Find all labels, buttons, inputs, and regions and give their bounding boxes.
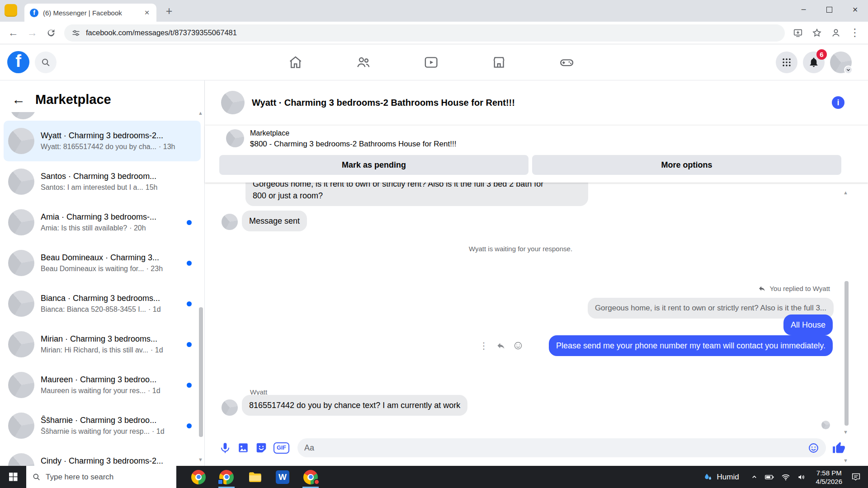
outgoing-message-bubble[interactable]: All House (783, 314, 833, 335)
nav-home-button[interactable] (288, 55, 303, 70)
facebook-favicon-icon: f (30, 9, 38, 17)
back-button[interactable]: ← (5, 24, 22, 42)
reload-button[interactable] (42, 24, 60, 42)
chat-time: · 1d (152, 427, 165, 435)
start-button[interactable] (0, 466, 26, 488)
volume-icon[interactable] (797, 473, 806, 482)
chat-preview: Santos: I am interested but I a... (41, 183, 143, 191)
taskbar-chrome-2[interactable] (212, 466, 241, 488)
chat-list-item-santos[interactable]: Santos · Charming 3 bedroom... Santos: I… (4, 161, 201, 202)
attach-image-button[interactable] (237, 442, 249, 454)
nav-friends-button[interactable] (356, 55, 371, 70)
facebook-logo[interactable]: f (7, 51, 29, 73)
url-text[interactable]: facebook.com/messages/t/873739355067481 (86, 28, 778, 37)
sidebar-scroll-down-icon[interactable]: ▼ (198, 457, 203, 462)
thumbs-up-icon (832, 441, 845, 455)
nav-marketplace-button[interactable] (491, 55, 507, 70)
battery-icon[interactable] (764, 472, 774, 482)
browser-menu-button[interactable]: ⋮ (846, 24, 863, 42)
gif-button[interactable]: GIF (274, 442, 289, 454)
sidebar-scrollbar[interactable] (199, 307, 203, 437)
tab-close-icon[interactable]: × (142, 8, 152, 18)
like-button[interactable] (832, 441, 845, 455)
replied-label: You replied to Wyatt (769, 285, 830, 292)
chat-list-item-bianca[interactable]: Bianca · Charming 3 bedrooms... Bianca: … (4, 283, 201, 324)
message-bubble-clipped[interactable]: Gorgeous home, is it rent to own or stri… (245, 183, 588, 206)
facebook-search-button[interactable] (35, 52, 57, 73)
chat-list-item-ssharnie[interactable]: Ŝŝharnie · Charming 3 bedroo... Ŝŝharnie… (4, 405, 201, 446)
new-tab-button[interactable]: + (162, 4, 176, 18)
taskbar-clock[interactable]: 7:58 PM 4/5/2026 (811, 469, 848, 486)
outgoing-message-bubble[interactable]: Please send me your phone number my team… (549, 335, 833, 356)
mark-as-pending-button[interactable]: Mark as pending (219, 155, 528, 175)
taskbar-search-input[interactable] (46, 473, 170, 482)
window-maximize-button[interactable] (816, 0, 842, 19)
taskbar-word[interactable]: W (269, 466, 297, 488)
account-icon (830, 28, 841, 38)
messages-scroll-down-icon[interactable]: ▼ (843, 429, 848, 434)
nav-watch-button[interactable] (424, 55, 439, 70)
browser-tab[interactable]: f (6) Messenger | Facebook × (24, 4, 156, 22)
wifi-icon[interactable] (781, 473, 790, 482)
forward-button[interactable]: → (24, 24, 41, 42)
sidebar-scroll-up-icon[interactable]: ▲ (198, 110, 203, 116)
more-options-button[interactable]: More options (532, 155, 841, 175)
action-center-button[interactable] (848, 472, 868, 482)
apps-menu-button[interactable] (776, 52, 797, 73)
star-icon (812, 28, 822, 38)
reply-icon[interactable] (496, 341, 505, 350)
browser-profile-icon[interactable] (5, 4, 17, 17)
message-input-pill[interactable] (297, 438, 826, 457)
install-app-button[interactable] (789, 24, 807, 42)
emoji-picker-button[interactable] (808, 442, 819, 454)
back-arrow-icon[interactable]: ← (12, 93, 25, 106)
sticker-button[interactable] (255, 442, 267, 454)
incoming-message-bubble[interactable]: 8165517442 do you by chance text? I am c… (242, 395, 467, 416)
window-close-button[interactable]: × (842, 0, 868, 19)
omnibox[interactable]: facebook.com/messages/t/873739355067481 (64, 24, 785, 42)
app-badge (217, 479, 223, 485)
install-icon (793, 28, 803, 38)
message-input[interactable] (304, 443, 808, 453)
chat-list-item-beau[interactable]: Beau Domineaux · Charming 3... Beau Domi… (4, 243, 201, 283)
chat-list-item-maureen[interactable]: Maureen · Charming 3 bedroo... Maureen i… (4, 365, 201, 405)
message-sent-bubble[interactable]: Message sent (242, 211, 307, 231)
react-emoji-icon[interactable] (514, 341, 523, 350)
message-list: Gorgeous home, is it rent to own or stri… (205, 183, 868, 434)
site-settings-icon[interactable] (71, 28, 80, 38)
maximize-icon (826, 7, 832, 13)
nav-gaming-button[interactable] (559, 55, 575, 70)
more-actions-icon[interactable]: ⋮ (479, 340, 488, 351)
listing-title[interactable]: $800 - Charming 3 bedrooms-2 Bathrooms H… (250, 140, 456, 149)
conversation-info-icon[interactable]: i (832, 96, 844, 109)
avatar (8, 250, 34, 276)
bookmark-button[interactable] (808, 24, 826, 42)
hidden-icons-chevron[interactable] (751, 474, 758, 480)
chat-time: 15h (146, 183, 158, 191)
chat-list-item-mirian[interactable]: Mirian · Charming 3 bedrooms... Mirian: … (4, 324, 201, 365)
chat-title[interactable]: Wyatt · Charming 3 bedrooms-2 Bathrooms … (252, 98, 515, 108)
page-scroll-down-icon[interactable]: ▼ (843, 458, 848, 463)
browser-profile-button[interactable] (827, 24, 844, 42)
chat-header-avatar[interactable] (221, 91, 245, 114)
avatar (8, 209, 34, 235)
messages-scroll-up-icon[interactable]: ▲ (843, 190, 848, 195)
chat-name: Maureen · Charming 3 bedroo... (41, 375, 180, 385)
window-minimize-button[interactable]: − (791, 0, 816, 19)
chat-list-item-cindy[interactable]: Cindy · Charming 3 bedrooms-2... (4, 446, 201, 466)
messages-scrollbar[interactable] (844, 281, 849, 426)
facebook-header-right: 6 (776, 52, 852, 73)
chat-time: · 1d (148, 305, 161, 313)
voice-clip-button[interactable] (219, 442, 231, 454)
profile-avatar-button[interactable] (830, 52, 852, 73)
scrolled-chat-partial (0, 112, 204, 121)
taskbar-chrome-1[interactable] (184, 466, 212, 488)
chat-list-item-amia[interactable]: Amia · Charming 3 bedrooms-... Amia: Is … (4, 202, 201, 243)
taskbar-weather[interactable]: Humid (696, 473, 746, 482)
notifications-button[interactable]: 6 (803, 52, 825, 73)
chat-time: · 1d (148, 387, 160, 394)
taskbar-chrome-3[interactable] (297, 466, 325, 488)
taskbar-file-explorer[interactable] (241, 466, 269, 488)
chat-list-item-wyatt[interactable]: Wyatt · Charming 3 bedrooms-2... Wyatt: … (4, 121, 201, 161)
taskbar-search[interactable] (26, 466, 176, 488)
